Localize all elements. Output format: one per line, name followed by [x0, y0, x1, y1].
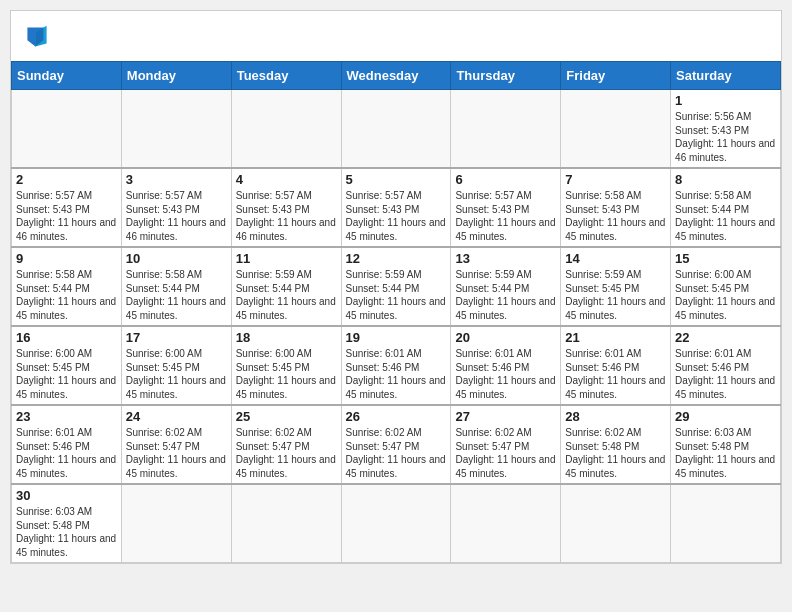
day-number: 1	[675, 93, 776, 108]
calendar-day-cell	[231, 484, 341, 563]
calendar-day-cell: 15Sunrise: 6:00 AM Sunset: 5:45 PM Dayli…	[671, 247, 781, 326]
day-number: 13	[455, 251, 556, 266]
calendar-day-cell: 17Sunrise: 6:00 AM Sunset: 5:45 PM Dayli…	[121, 326, 231, 405]
day-info: Sunrise: 6:02 AM Sunset: 5:47 PM Dayligh…	[236, 426, 337, 480]
day-number: 10	[126, 251, 227, 266]
day-number: 26	[346, 409, 447, 424]
day-info: Sunrise: 5:58 AM Sunset: 5:43 PM Dayligh…	[565, 189, 666, 243]
day-info: Sunrise: 6:02 AM Sunset: 5:47 PM Dayligh…	[455, 426, 556, 480]
weekday-header-friday: Friday	[561, 62, 671, 90]
day-number: 2	[16, 172, 117, 187]
calendar-day-cell	[561, 484, 671, 563]
calendar-day-cell: 13Sunrise: 5:59 AM Sunset: 5:44 PM Dayli…	[451, 247, 561, 326]
day-number: 15	[675, 251, 776, 266]
day-info: Sunrise: 5:59 AM Sunset: 5:44 PM Dayligh…	[455, 268, 556, 322]
day-info: Sunrise: 5:57 AM Sunset: 5:43 PM Dayligh…	[346, 189, 447, 243]
calendar-week-row: 16Sunrise: 6:00 AM Sunset: 5:45 PM Dayli…	[12, 326, 781, 405]
calendar-day-cell	[341, 90, 451, 169]
calendar-day-cell: 9Sunrise: 5:58 AM Sunset: 5:44 PM Daylig…	[12, 247, 122, 326]
day-info: Sunrise: 5:57 AM Sunset: 5:43 PM Dayligh…	[16, 189, 117, 243]
day-number: 16	[16, 330, 117, 345]
day-info: Sunrise: 6:00 AM Sunset: 5:45 PM Dayligh…	[126, 347, 227, 401]
calendar-day-cell: 23Sunrise: 6:01 AM Sunset: 5:46 PM Dayli…	[12, 405, 122, 484]
calendar-day-cell	[121, 484, 231, 563]
calendar-header	[11, 11, 781, 61]
day-number: 5	[346, 172, 447, 187]
calendar-day-cell: 28Sunrise: 6:02 AM Sunset: 5:48 PM Dayli…	[561, 405, 671, 484]
weekday-header-tuesday: Tuesday	[231, 62, 341, 90]
day-number: 19	[346, 330, 447, 345]
calendar-week-row: 23Sunrise: 6:01 AM Sunset: 5:46 PM Dayli…	[12, 405, 781, 484]
calendar-day-cell: 24Sunrise: 6:02 AM Sunset: 5:47 PM Dayli…	[121, 405, 231, 484]
calendar-week-row: 2Sunrise: 5:57 AM Sunset: 5:43 PM Daylig…	[12, 168, 781, 247]
day-info: Sunrise: 6:00 AM Sunset: 5:45 PM Dayligh…	[236, 347, 337, 401]
day-info: Sunrise: 5:59 AM Sunset: 5:44 PM Dayligh…	[236, 268, 337, 322]
calendar-week-row: 9Sunrise: 5:58 AM Sunset: 5:44 PM Daylig…	[12, 247, 781, 326]
day-number: 25	[236, 409, 337, 424]
calendar-day-cell	[231, 90, 341, 169]
calendar-day-cell: 26Sunrise: 6:02 AM Sunset: 5:47 PM Dayli…	[341, 405, 451, 484]
calendar-day-cell	[121, 90, 231, 169]
day-info: Sunrise: 5:57 AM Sunset: 5:43 PM Dayligh…	[236, 189, 337, 243]
day-number: 14	[565, 251, 666, 266]
day-info: Sunrise: 6:01 AM Sunset: 5:46 PM Dayligh…	[346, 347, 447, 401]
calendar-day-cell: 29Sunrise: 6:03 AM Sunset: 5:48 PM Dayli…	[671, 405, 781, 484]
day-info: Sunrise: 6:02 AM Sunset: 5:48 PM Dayligh…	[565, 426, 666, 480]
calendar-day-cell: 12Sunrise: 5:59 AM Sunset: 5:44 PM Dayli…	[341, 247, 451, 326]
day-info: Sunrise: 6:03 AM Sunset: 5:48 PM Dayligh…	[16, 505, 117, 559]
day-number: 28	[565, 409, 666, 424]
day-number: 9	[16, 251, 117, 266]
day-number: 21	[565, 330, 666, 345]
calendar-day-cell: 18Sunrise: 6:00 AM Sunset: 5:45 PM Dayli…	[231, 326, 341, 405]
calendar-day-cell: 19Sunrise: 6:01 AM Sunset: 5:46 PM Dayli…	[341, 326, 451, 405]
day-info: Sunrise: 6:03 AM Sunset: 5:48 PM Dayligh…	[675, 426, 776, 480]
logo-icon	[21, 21, 53, 53]
day-number: 30	[16, 488, 117, 503]
calendar-week-row: 1Sunrise: 5:56 AM Sunset: 5:43 PM Daylig…	[12, 90, 781, 169]
calendar-day-cell: 11Sunrise: 5:59 AM Sunset: 5:44 PM Dayli…	[231, 247, 341, 326]
day-info: Sunrise: 6:01 AM Sunset: 5:46 PM Dayligh…	[565, 347, 666, 401]
calendar-day-cell: 2Sunrise: 5:57 AM Sunset: 5:43 PM Daylig…	[12, 168, 122, 247]
calendar-day-cell: 22Sunrise: 6:01 AM Sunset: 5:46 PM Dayli…	[671, 326, 781, 405]
calendar-day-cell: 21Sunrise: 6:01 AM Sunset: 5:46 PM Dayli…	[561, 326, 671, 405]
calendar-day-cell: 20Sunrise: 6:01 AM Sunset: 5:46 PM Dayli…	[451, 326, 561, 405]
day-info: Sunrise: 6:01 AM Sunset: 5:46 PM Dayligh…	[16, 426, 117, 480]
weekday-header-row: SundayMondayTuesdayWednesdayThursdayFrid…	[12, 62, 781, 90]
weekday-header-thursday: Thursday	[451, 62, 561, 90]
calendar-day-cell: 1Sunrise: 5:56 AM Sunset: 5:43 PM Daylig…	[671, 90, 781, 169]
day-number: 4	[236, 172, 337, 187]
day-number: 11	[236, 251, 337, 266]
day-number: 18	[236, 330, 337, 345]
day-number: 22	[675, 330, 776, 345]
day-number: 29	[675, 409, 776, 424]
calendar-day-cell	[671, 484, 781, 563]
day-number: 8	[675, 172, 776, 187]
calendar-day-cell	[341, 484, 451, 563]
day-info: Sunrise: 5:58 AM Sunset: 5:44 PM Dayligh…	[126, 268, 227, 322]
calendar-day-cell: 7Sunrise: 5:58 AM Sunset: 5:43 PM Daylig…	[561, 168, 671, 247]
calendar-day-cell	[561, 90, 671, 169]
calendar-container: SundayMondayTuesdayWednesdayThursdayFrid…	[10, 10, 782, 564]
day-number: 24	[126, 409, 227, 424]
day-number: 17	[126, 330, 227, 345]
day-info: Sunrise: 5:57 AM Sunset: 5:43 PM Dayligh…	[126, 189, 227, 243]
day-number: 12	[346, 251, 447, 266]
calendar-day-cell: 27Sunrise: 6:02 AM Sunset: 5:47 PM Dayli…	[451, 405, 561, 484]
calendar-day-cell: 10Sunrise: 5:58 AM Sunset: 5:44 PM Dayli…	[121, 247, 231, 326]
logo	[21, 21, 57, 53]
weekday-header-wednesday: Wednesday	[341, 62, 451, 90]
day-info: Sunrise: 5:59 AM Sunset: 5:44 PM Dayligh…	[346, 268, 447, 322]
day-info: Sunrise: 5:58 AM Sunset: 5:44 PM Dayligh…	[16, 268, 117, 322]
calendar-day-cell	[451, 484, 561, 563]
weekday-header-sunday: Sunday	[12, 62, 122, 90]
weekday-header-saturday: Saturday	[671, 62, 781, 90]
calendar-day-cell: 4Sunrise: 5:57 AM Sunset: 5:43 PM Daylig…	[231, 168, 341, 247]
calendar-day-cell: 8Sunrise: 5:58 AM Sunset: 5:44 PM Daylig…	[671, 168, 781, 247]
calendar-day-cell: 16Sunrise: 6:00 AM Sunset: 5:45 PM Dayli…	[12, 326, 122, 405]
weekday-header-monday: Monday	[121, 62, 231, 90]
calendar-table: SundayMondayTuesdayWednesdayThursdayFrid…	[11, 61, 781, 563]
calendar-day-cell	[12, 90, 122, 169]
calendar-day-cell: 25Sunrise: 6:02 AM Sunset: 5:47 PM Dayli…	[231, 405, 341, 484]
day-info: Sunrise: 6:01 AM Sunset: 5:46 PM Dayligh…	[675, 347, 776, 401]
day-number: 20	[455, 330, 556, 345]
